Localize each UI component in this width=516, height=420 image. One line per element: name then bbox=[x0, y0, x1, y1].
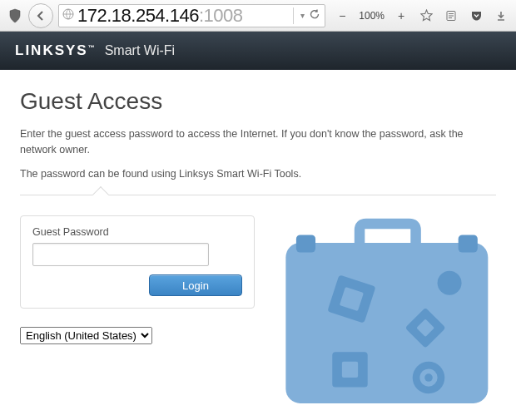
brand-logo: LINKSYS™ bbox=[15, 42, 97, 59]
svg-rect-14 bbox=[342, 362, 358, 378]
dropdown-icon[interactable]: ▾ bbox=[297, 11, 308, 20]
page-desc-2: The password can be found using Linksys … bbox=[20, 166, 496, 182]
url-host: 172.18.254.146 bbox=[77, 5, 199, 26]
refresh-icon[interactable] bbox=[308, 7, 321, 24]
svg-point-8 bbox=[438, 271, 462, 295]
pocket-button[interactable] bbox=[464, 4, 488, 27]
svg-rect-5 bbox=[285, 243, 488, 403]
main-content: Guest Access Enter the guest access pass… bbox=[0, 70, 516, 407]
hero-image bbox=[271, 215, 496, 407]
brand-tm: ™ bbox=[88, 44, 97, 52]
browser-toolbar: 172.18.254.146:1008 ▾ − 100% + bbox=[0, 0, 516, 32]
shield-icon[interactable] bbox=[3, 4, 27, 27]
bookmark-button[interactable] bbox=[414, 4, 438, 27]
login-panel: Guest Password Login bbox=[20, 215, 255, 309]
svg-point-17 bbox=[424, 373, 433, 382]
page-title: Guest Access bbox=[20, 88, 496, 115]
url-actions: ▾ bbox=[293, 7, 321, 24]
page-header: LINKSYS™ Smart Wi-Fi bbox=[0, 32, 516, 70]
section-divider bbox=[20, 195, 496, 195]
back-button[interactable] bbox=[28, 3, 53, 28]
password-label: Guest Password bbox=[32, 226, 242, 238]
url-bar[interactable]: 172.18.254.146:1008 ▾ bbox=[58, 4, 325, 27]
zoom-level: 100% bbox=[355, 10, 388, 22]
divider-notch bbox=[92, 186, 109, 203]
url-port: :1008 bbox=[199, 5, 243, 26]
svg-rect-6 bbox=[296, 235, 315, 253]
globe-icon bbox=[62, 8, 74, 22]
language-select[interactable]: English (United States) bbox=[20, 327, 152, 344]
left-column: Guest Password Login English (United Sta… bbox=[20, 215, 255, 407]
brand-text: LINKSYS bbox=[15, 42, 88, 58]
login-button[interactable]: Login bbox=[149, 274, 242, 296]
brand-subtitle: Smart Wi-Fi bbox=[105, 43, 175, 58]
zoom-in-button[interactable]: + bbox=[389, 4, 413, 27]
zoom-out-button[interactable]: − bbox=[330, 4, 354, 27]
page-desc-1: Enter the guest access password to acces… bbox=[20, 126, 496, 158]
url-text[interactable]: 172.18.254.146:1008 bbox=[77, 5, 293, 27]
downloads-button[interactable] bbox=[489, 4, 513, 27]
reader-button[interactable] bbox=[439, 4, 463, 27]
password-input[interactable] bbox=[32, 243, 209, 266]
svg-rect-7 bbox=[459, 235, 478, 253]
suitcase-icon bbox=[271, 215, 496, 407]
